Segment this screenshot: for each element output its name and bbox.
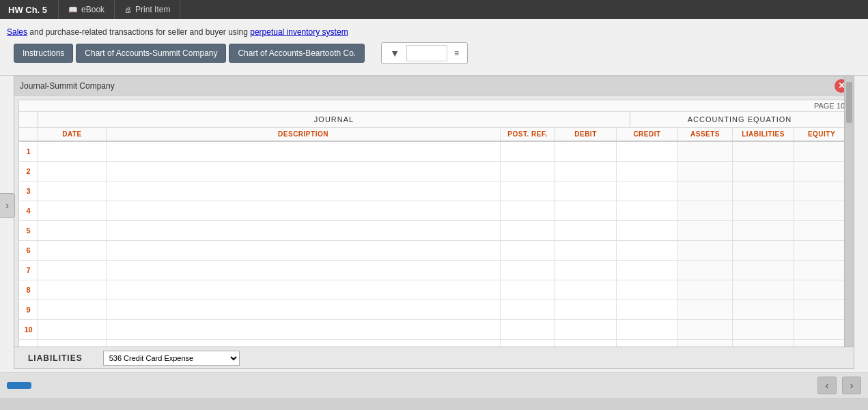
row-assets[interactable] (678, 241, 733, 260)
row-date[interactable] (38, 241, 107, 260)
nav-left-arrow[interactable]: ‹ (817, 377, 837, 394)
row-credit[interactable] (617, 142, 678, 161)
row-postref[interactable] (501, 280, 555, 299)
row-description[interactable] (107, 241, 501, 260)
row-postref[interactable] (501, 162, 555, 181)
row-equity[interactable] (794, 162, 849, 181)
row-postref[interactable] (501, 300, 555, 319)
instructions-btn[interactable]: Instructions (14, 44, 73, 63)
nav-right-arrow[interactable]: › (842, 377, 861, 394)
row-liabilities[interactable] (733, 280, 794, 299)
row-liabilities[interactable] (733, 142, 794, 161)
row-debit[interactable] (555, 142, 617, 161)
row-date[interactable] (38, 142, 107, 161)
row-debit[interactable] (555, 162, 617, 181)
row-description[interactable] (107, 280, 501, 299)
row-credit[interactable] (617, 221, 678, 240)
row-equity[interactable] (794, 201, 849, 220)
row-date[interactable] (38, 261, 107, 280)
row-credit[interactable] (617, 261, 678, 280)
row-liabilities[interactable] (733, 221, 794, 240)
row-equity[interactable] (794, 221, 849, 240)
row-date[interactable] (38, 181, 107, 201)
row-postref[interactable] (501, 241, 555, 260)
row-assets[interactable] (678, 261, 733, 280)
row-debit[interactable] (555, 181, 617, 201)
row-equity[interactable] (794, 142, 849, 161)
tab-ebook[interactable]: 📖 eBook (59, 0, 115, 19)
row-description[interactable] (107, 320, 501, 339)
row-credit[interactable] (617, 181, 678, 201)
row-number: 3 (19, 181, 38, 201)
journal-table: PAGE 10 JOURNAL ACCOUNTING EQUATION DATE… (18, 100, 850, 360)
row-description[interactable] (107, 201, 501, 220)
row-equity[interactable] (794, 300, 849, 319)
row-postref[interactable] (501, 261, 555, 280)
row-liabilities[interactable] (733, 300, 794, 319)
row-assets[interactable] (678, 162, 733, 181)
row-description[interactable] (107, 300, 501, 319)
row-date[interactable] (38, 162, 107, 181)
row-description[interactable] (107, 181, 501, 201)
row-equity[interactable] (794, 280, 849, 299)
row-credit[interactable] (617, 280, 678, 299)
row-liabilities[interactable] (733, 201, 794, 220)
row-description[interactable] (107, 162, 501, 181)
row-date[interactable] (38, 320, 107, 339)
row-credit[interactable] (617, 320, 678, 339)
row-postref[interactable] (501, 320, 555, 339)
row-credit[interactable] (617, 300, 678, 319)
row-liabilities[interactable] (733, 241, 794, 260)
row-debit[interactable] (555, 320, 617, 339)
row-debit[interactable] (555, 221, 617, 240)
row-assets[interactable] (678, 320, 733, 339)
account-dropdown[interactable]: 536 Credit Card Expense (103, 351, 240, 366)
row-date[interactable] (38, 201, 107, 220)
row-credit[interactable] (617, 162, 678, 181)
row-liabilities[interactable] (733, 181, 794, 201)
chart-summit-btn[interactable]: Chart of Accounts-Summit Company (76, 44, 226, 63)
row-equity[interactable] (794, 181, 849, 201)
row-assets[interactable] (678, 142, 733, 161)
row-equity[interactable] (794, 261, 849, 280)
left-arrow-btn[interactable]: › (0, 193, 15, 218)
row-assets[interactable] (678, 280, 733, 299)
row-postref[interactable] (501, 201, 555, 220)
vertical-scrollbar[interactable] (844, 76, 854, 347)
dropdown-btn[interactable]: ▼ (386, 46, 404, 60)
row-debit[interactable] (555, 300, 617, 319)
row-liabilities[interactable] (733, 320, 794, 339)
row-debit[interactable] (555, 261, 617, 280)
row-liabilities[interactable] (733, 162, 794, 181)
chart-beartooth-btn[interactable]: Chart of Accounts-Beartooth Co. (229, 44, 365, 63)
row-debit[interactable] (555, 201, 617, 220)
row-credit[interactable] (617, 201, 678, 220)
row-assets[interactable] (678, 201, 733, 220)
list-btn[interactable]: ≡ (450, 47, 463, 59)
row-date[interactable] (38, 280, 107, 299)
row-date[interactable] (38, 300, 107, 319)
page-input[interactable] (406, 45, 447, 61)
row-postref[interactable] (501, 181, 555, 201)
scroll-thumb[interactable] (846, 82, 852, 123)
row-debit[interactable] (555, 280, 617, 299)
row-description[interactable] (107, 221, 501, 240)
row-assets[interactable] (678, 221, 733, 240)
row-postref[interactable] (501, 142, 555, 161)
row-description[interactable] (107, 142, 501, 161)
row-postref[interactable] (501, 221, 555, 240)
row-assets[interactable] (678, 300, 733, 319)
bottom-nav-btn[interactable] (7, 382, 31, 389)
row-liabilities[interactable] (733, 261, 794, 280)
row-description[interactable] (107, 261, 501, 280)
row-debit[interactable] (555, 241, 617, 260)
sales-link[interactable]: Sales (7, 27, 27, 37)
perpetual-link[interactable]: perpetual inventory system (250, 27, 348, 37)
table-row: 6 (19, 241, 849, 261)
row-credit[interactable] (617, 241, 678, 260)
tab-print[interactable]: 🖨 Print Item (115, 0, 180, 19)
row-assets[interactable] (678, 181, 733, 201)
row-equity[interactable] (794, 241, 849, 260)
row-equity[interactable] (794, 320, 849, 339)
row-date[interactable] (38, 221, 107, 240)
